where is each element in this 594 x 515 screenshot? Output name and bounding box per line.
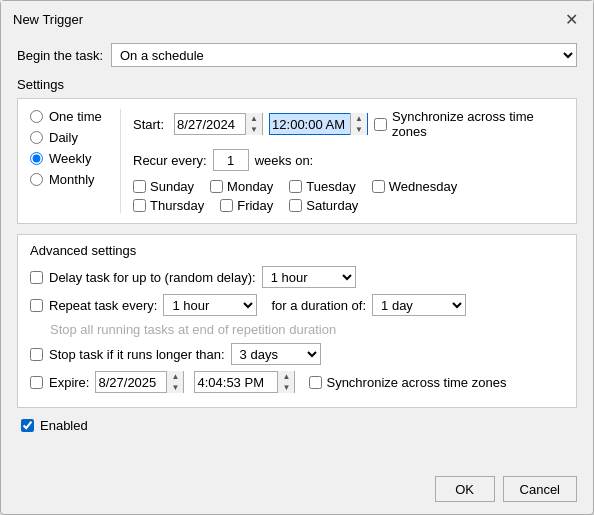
day-sunday[interactable]: Sunday bbox=[133, 179, 194, 194]
stop-longer-select[interactable]: 3 days 1 day 2 hours bbox=[231, 343, 321, 365]
stop-repetition-label: Stop all running tasks at end of repetit… bbox=[50, 322, 336, 337]
settings-body: One time Daily Weekly Monthly bbox=[30, 109, 564, 213]
expire-date-down[interactable]: ▼ bbox=[167, 382, 183, 393]
duration-label: for a duration of: bbox=[271, 298, 366, 313]
start-time-input-wrap[interactable]: ▲ ▼ bbox=[269, 113, 368, 135]
schedule-type-radios: One time Daily Weekly Monthly bbox=[30, 109, 120, 213]
radio-monthly-label: Monthly bbox=[49, 172, 95, 187]
expire-time-up[interactable]: ▲ bbox=[278, 371, 294, 382]
begin-task-label: Begin the task: bbox=[17, 48, 103, 63]
enabled-row: Enabled bbox=[21, 418, 577, 433]
delay-task-row: Delay task for up to (random delay): 1 h… bbox=[30, 266, 564, 288]
close-button[interactable]: ✕ bbox=[561, 9, 581, 29]
expire-sync-checkbox[interactable] bbox=[309, 376, 322, 389]
expire-date-up[interactable]: ▲ bbox=[167, 371, 183, 382]
advanced-settings-label: Advanced settings bbox=[30, 243, 564, 258]
day-friday[interactable]: Friday bbox=[220, 198, 273, 213]
radio-daily-label: Daily bbox=[49, 130, 78, 145]
start-date-up[interactable]: ▲ bbox=[246, 113, 262, 124]
day-thursday[interactable]: Thursday bbox=[133, 198, 204, 213]
expire-checkbox[interactable] bbox=[30, 376, 43, 389]
start-date-input[interactable] bbox=[175, 114, 245, 134]
delay-task-select[interactable]: 1 hour 30 minutes 2 hours bbox=[262, 266, 356, 288]
start-date-input-wrap[interactable]: ▲ ▼ bbox=[174, 113, 263, 135]
title-bar: New Trigger ✕ bbox=[1, 1, 593, 35]
dialog-content: Begin the task: On a schedule Settings O… bbox=[1, 35, 593, 468]
expire-date-spinner[interactable]: ▲ ▼ bbox=[166, 371, 183, 393]
repeat-task-label: Repeat task every: bbox=[49, 298, 157, 313]
expire-sync-row: Synchronize across time zones bbox=[309, 375, 506, 390]
radio-one-time[interactable]: One time bbox=[30, 109, 110, 124]
radio-weekly-label: Weekly bbox=[49, 151, 91, 166]
day-saturday[interactable]: Saturday bbox=[289, 198, 358, 213]
begin-task-row: Begin the task: On a schedule bbox=[17, 43, 577, 67]
ok-button[interactable]: OK bbox=[435, 476, 495, 502]
sync-start-checkbox[interactable] bbox=[374, 118, 387, 131]
stop-repetition-row: Stop all running tasks at end of repetit… bbox=[30, 322, 564, 337]
stop-longer-label: Stop task if it runs longer than: bbox=[49, 347, 225, 362]
radio-weekly[interactable]: Weekly bbox=[30, 151, 110, 166]
start-date-spinner[interactable]: ▲ ▼ bbox=[245, 113, 262, 135]
begin-task-select[interactable]: On a schedule bbox=[111, 43, 577, 67]
delay-task-label: Delay task for up to (random delay): bbox=[49, 270, 256, 285]
days-row-2: Thursday Friday Saturday bbox=[133, 198, 564, 213]
stop-longer-checkbox[interactable] bbox=[30, 348, 43, 361]
enabled-checkbox[interactable] bbox=[21, 419, 34, 432]
expire-label: Expire: bbox=[49, 375, 89, 390]
days-row-1: Sunday Monday Tuesday bbox=[133, 179, 564, 194]
stop-longer-row: Stop task if it runs longer than: 3 days… bbox=[30, 343, 564, 365]
start-time-spinner[interactable]: ▲ ▼ bbox=[350, 113, 367, 135]
enabled-label: Enabled bbox=[40, 418, 88, 433]
dialog-footer: OK Cancel bbox=[1, 468, 593, 514]
start-time-down[interactable]: ▼ bbox=[351, 124, 367, 135]
start-time-input[interactable] bbox=[270, 114, 350, 134]
advanced-settings-box: Advanced settings Delay task for up to (… bbox=[17, 234, 577, 408]
day-tuesday[interactable]: Tuesday bbox=[289, 179, 355, 194]
dialog-title: New Trigger bbox=[13, 12, 83, 27]
expire-date-input[interactable] bbox=[96, 372, 166, 392]
repeat-task-row: Repeat task every: 1 hour 30 minutes 2 h… bbox=[30, 294, 564, 316]
start-label: Start: bbox=[133, 117, 164, 132]
radio-one-time-label: One time bbox=[49, 109, 102, 124]
expire-sync-label: Synchronize across time zones bbox=[326, 375, 506, 390]
settings-section-label: Settings bbox=[17, 77, 577, 92]
sync-check-row: Synchronize across time zones bbox=[374, 109, 564, 139]
start-row: Start: ▲ ▼ ▲ ▼ bbox=[133, 109, 564, 139]
radio-daily[interactable]: Daily bbox=[30, 130, 110, 145]
sync-start-label: Synchronize across time zones bbox=[392, 109, 564, 139]
delay-task-checkbox[interactable] bbox=[30, 271, 43, 284]
start-date-down[interactable]: ▼ bbox=[246, 124, 262, 135]
recur-label: Recur every: bbox=[133, 153, 207, 168]
day-wednesday[interactable]: Wednesday bbox=[372, 179, 457, 194]
days-grid: Sunday Monday Tuesday bbox=[133, 179, 564, 213]
expire-time-input[interactable] bbox=[195, 372, 277, 392]
day-monday[interactable]: Monday bbox=[210, 179, 273, 194]
schedule-options: Start: ▲ ▼ ▲ ▼ bbox=[120, 109, 564, 213]
cancel-button[interactable]: Cancel bbox=[503, 476, 577, 502]
expire-time-wrap[interactable]: ▲ ▼ bbox=[194, 371, 295, 393]
repeat-task-select[interactable]: 1 hour 30 minutes 2 hours bbox=[163, 294, 257, 316]
start-time-up[interactable]: ▲ bbox=[351, 113, 367, 124]
new-trigger-dialog: New Trigger ✕ Begin the task: On a sched… bbox=[0, 0, 594, 515]
expire-row: Expire: ▲ ▼ ▲ ▼ Sync bbox=[30, 371, 564, 393]
duration-select[interactable]: 1 day 30 minutes Indefinitely bbox=[372, 294, 466, 316]
expire-date-wrap[interactable]: ▲ ▼ bbox=[95, 371, 184, 393]
recur-row: Recur every: weeks on: bbox=[133, 149, 564, 171]
radio-monthly[interactable]: Monthly bbox=[30, 172, 110, 187]
recur-input[interactable] bbox=[213, 149, 249, 171]
repeat-task-checkbox[interactable] bbox=[30, 299, 43, 312]
expire-time-spinner[interactable]: ▲ ▼ bbox=[277, 371, 294, 393]
settings-box: One time Daily Weekly Monthly bbox=[17, 98, 577, 224]
expire-time-down[interactable]: ▼ bbox=[278, 382, 294, 393]
recur-suffix: weeks on: bbox=[255, 153, 314, 168]
